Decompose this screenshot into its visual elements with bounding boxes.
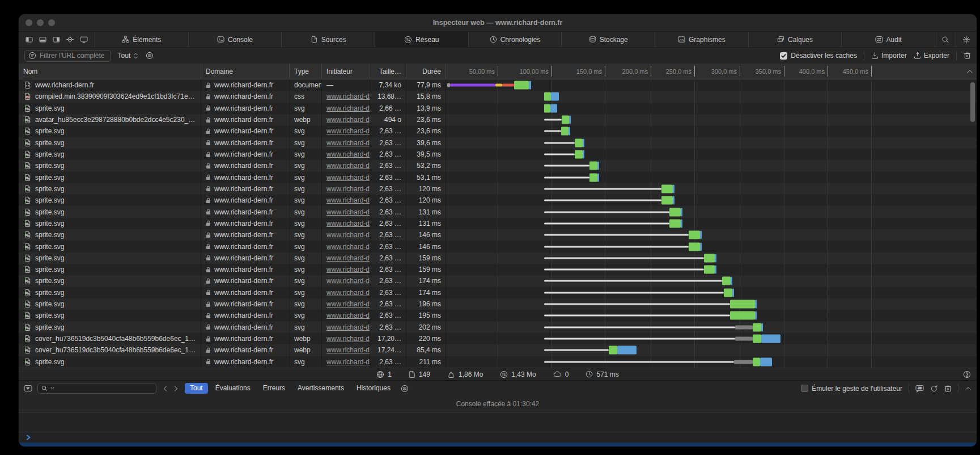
initiator-link[interactable]: www.richard-d…: [326, 196, 370, 204]
console-filter-erreurs[interactable]: Erreurs: [258, 383, 290, 394]
initiator-link[interactable]: www.richard-d…: [326, 358, 370, 366]
tab-elements[interactable]: Éléments: [95, 32, 189, 47]
initiator-link[interactable]: www.richard-d…: [326, 300, 370, 308]
tab-layers[interactable]: Calques: [749, 32, 842, 47]
table-row[interactable]: sprite.svgwww.richard-dern.frsvgwww.rich…: [19, 137, 977, 149]
tab-graphics[interactable]: Graphismes: [655, 32, 749, 47]
export-button[interactable]: Exporter: [914, 52, 949, 60]
clear-console-button[interactable]: [944, 385, 952, 393]
table-row[interactable]: cover_hu736519dc3b5040cfa48b6b559b6de6ec…: [19, 344, 977, 356]
initiator-link[interactable]: www.richard-d…: [326, 150, 370, 158]
table-row[interactable]: compiled.min.38390909f303624ed9e1cf1bd3f…: [19, 91, 977, 102]
next-button[interactable]: [173, 385, 179, 392]
js-context-icon[interactable]: JS: [915, 385, 924, 393]
initiator-link[interactable]: www.richard-d…: [326, 266, 370, 273]
collapse-console-button[interactable]: [965, 386, 971, 391]
emulate-user-gesture-checkbox[interactable]: Émuler le geste de l'utilisateur: [801, 385, 902, 393]
initiator-link[interactable]: www.richard-d…: [326, 335, 370, 343]
tab-sources[interactable]: Sources: [282, 32, 375, 47]
tab-clock[interactable]: Chronologies: [469, 32, 562, 47]
table-row[interactable]: sprite.svgwww.richard-dern.frsvgwww.rich…: [19, 287, 977, 298]
table-row[interactable]: sprite.svgwww.richard-dern.frsvgwww.rich…: [19, 322, 977, 333]
initiator-link[interactable]: www.richard-d…: [326, 243, 370, 251]
console-prompt[interactable]: [19, 432, 977, 443]
initiator-link[interactable]: www.richard-d…: [326, 116, 370, 124]
table-row[interactable]: sprite.svgwww.richard-dern.frsvgwww.rich…: [19, 310, 977, 321]
initiator-link[interactable]: www.richard-d…: [326, 311, 370, 319]
initiator-link[interactable]: www.richard-d…: [326, 185, 370, 193]
column-header-duration[interactable]: Durée: [406, 64, 446, 79]
initiator-link[interactable]: www.richard-d…: [326, 127, 370, 135]
table-row[interactable]: cover_hu736519dc3b5040cfa48b6b559b6de6ec…: [19, 333, 977, 344]
table-row[interactable]: sprite.svgwww.richard-dern.frsvgwww.rich…: [19, 125, 977, 137]
resource-type-select[interactable]: Tout: [118, 52, 139, 60]
settings-button[interactable]: [956, 32, 977, 47]
console-filter-avertissements[interactable]: Avertissements: [292, 383, 349, 394]
search-button[interactable]: [935, 32, 956, 47]
table-row[interactable]: sprite.svgwww.richard-dern.frsvgwww.rich…: [19, 275, 977, 287]
console-filter-tout[interactable]: Tout: [185, 383, 208, 394]
console-filter-historiques[interactable]: Historiques: [351, 383, 396, 394]
vertical-scrollbar[interactable]: [970, 82, 975, 122]
column-header-name[interactable]: Nom: [19, 64, 201, 79]
column-header-size[interactable]: Taille…: [370, 64, 406, 79]
initiator-link[interactable]: www.richard-d…: [326, 277, 370, 285]
table-row[interactable]: sprite.svgwww.richard-dern.frsvgwww.rich…: [19, 241, 977, 252]
table-row[interactable]: sprite.svgwww.richard-dern.frsvgwww.rich…: [19, 195, 977, 206]
table-row[interactable]: sprite.svgwww.richard-dern.frsvgwww.rich…: [19, 356, 977, 368]
initiator-link[interactable]: www.richard-d…: [326, 104, 370, 112]
previous-button[interactable]: [163, 385, 168, 392]
table-row[interactable]: sprite.svgwww.richard-dern.frsvgwww.rich…: [19, 229, 977, 241]
table-row[interactable]: sprite.svgwww.richard-dern.frsvgwww.rich…: [19, 103, 977, 114]
column-header-initiator[interactable]: Initiateur: [322, 64, 370, 79]
help-button[interactable]: [963, 370, 971, 378]
clear-network-button[interactable]: [964, 52, 971, 60]
tab-network[interactable]: Réseau: [375, 32, 469, 47]
dock-left-icon[interactable]: [26, 36, 33, 43]
table-row[interactable]: sprite.svgwww.richard-dern.frsvgwww.rich…: [19, 172, 977, 183]
dock-bottom-icon[interactable]: [39, 36, 46, 43]
initiator-link[interactable]: www.richard-d…: [326, 323, 370, 331]
initiator-link[interactable]: www.richard-d…: [326, 289, 370, 297]
initiator-link[interactable]: www.richard-d…: [326, 139, 370, 147]
initiator-link[interactable]: www.richard-d…: [326, 208, 370, 216]
table-row[interactable]: sprite.svgwww.richard-dern.frsvgwww.rich…: [19, 252, 977, 264]
table-row[interactable]: avatar_hu85ecc3e298728880b0bde2dcc4e5c23…: [19, 114, 977, 125]
console-search-input[interactable]: [37, 383, 156, 394]
import-button[interactable]: Importer: [871, 52, 907, 60]
url-filter-input[interactable]: Filtrer l'URL complète: [24, 50, 111, 62]
initiator-link[interactable]: www.richard-d…: [326, 220, 370, 228]
table-row[interactable]: sprite.svgwww.richard-dern.frsvgwww.rich…: [19, 206, 977, 217]
table-row[interactable]: sprite.svgwww.richard-dern.frsvgwww.rich…: [19, 298, 977, 310]
console-input-strip[interactable]: [19, 443, 977, 446]
network-options-button[interactable]: [146, 52, 154, 60]
column-header-type[interactable]: Type: [290, 64, 322, 79]
table-row[interactable]: sprite.svgwww.richard-dern.frsvgwww.rich…: [19, 218, 977, 229]
column-header-domain[interactable]: Domaine: [201, 64, 290, 79]
console-scope-button[interactable]: [24, 385, 32, 392]
initiator-link[interactable]: www.richard-d…: [326, 231, 370, 239]
scroll-top-icon[interactable]: [966, 69, 973, 74]
disable-caches-checkbox[interactable]: Désactiver les caches: [780, 52, 857, 60]
console-filter-évaluations[interactable]: Évaluations: [210, 383, 256, 394]
tab-audit[interactable]: Audit: [842, 32, 935, 47]
table-row[interactable]: sprite.svgwww.richard-dern.frsvgwww.rich…: [19, 264, 977, 275]
tab-console[interactable]: Console: [189, 32, 282, 47]
duration-cell: 120 ms: [406, 183, 446, 195]
table-row[interactable]: www.richard-dern.frwww.richard-dern.frdo…: [19, 79, 977, 91]
initiator-link[interactable]: www.richard-d…: [326, 346, 370, 354]
target-icon[interactable]: [66, 36, 74, 43]
console-options-button[interactable]: [401, 385, 409, 393]
tab-storage[interactable]: Stockage: [562, 32, 655, 47]
table-row[interactable]: sprite.svgwww.richard-dern.frsvgwww.rich…: [19, 183, 977, 195]
device-icon[interactable]: [80, 36, 88, 43]
dock-right-icon[interactable]: [53, 36, 60, 43]
initiator-link[interactable]: www.richard-d…: [326, 254, 370, 262]
initiator-link[interactable]: www.richard-d…: [326, 174, 370, 182]
domain-cell: www.richard-dern.fr: [201, 241, 290, 252]
initiator-link[interactable]: www.richard-d…: [326, 162, 370, 170]
reload-icon[interactable]: [930, 385, 938, 393]
table-row[interactable]: sprite.svgwww.richard-dern.frsvgwww.rich…: [19, 149, 977, 160]
initiator-link[interactable]: www.richard-d…: [326, 92, 370, 100]
table-row[interactable]: sprite.svgwww.richard-dern.frsvgwww.rich…: [19, 160, 977, 171]
